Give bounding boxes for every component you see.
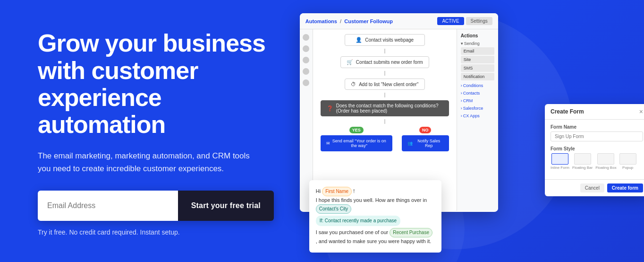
- style-floating-bar-label: Floating Bar: [572, 166, 593, 170]
- connector-2: [384, 71, 385, 76]
- category-crm[interactable]: › CRM: [461, 97, 494, 104]
- style-floating-box[interactable]: Floating Box: [595, 153, 616, 170]
- create-form-modal: Create Form × Form Name Form Style Inlin…: [545, 104, 644, 196]
- style-floating-box-box: [597, 153, 614, 165]
- branch-no-container: NO 👥 Notify Sales Rep: [402, 127, 449, 151]
- breadcrumb-base: Automations: [305, 18, 337, 24]
- active-btn[interactable]: ACTIVE: [437, 17, 464, 25]
- question-icon: ❓: [327, 105, 333, 112]
- action-right: 👥 Notify Sales Rep: [402, 135, 449, 151]
- chevron-right-icon-2: ›: [461, 91, 462, 96]
- style-popup-label: Popup: [622, 166, 633, 170]
- sidebar-icon-5: [303, 79, 309, 86]
- style-inline-label: Inline Form: [551, 166, 569, 170]
- cancel-button[interactable]: Cancel: [580, 183, 604, 192]
- style-floating-bar-box: [574, 153, 591, 165]
- signup-form: Start your free trial: [38, 191, 274, 221]
- email-line-2: I hope this finds you well. How are thin…: [316, 196, 435, 214]
- conditional-tag: If: Contact recently made a purchase: [316, 216, 400, 226]
- action-left-text: Send email "Your order is on the way": [332, 139, 387, 148]
- branch-container: YES ✉ Send email "Your order is on the w…: [321, 127, 449, 151]
- actions-panel: Actions ▾ Sending Email Site SMS Notific…: [457, 29, 498, 211]
- category-contacts[interactable]: › Contacts: [461, 90, 494, 96]
- breadcrumb-current: Customer Followup: [344, 18, 393, 24]
- modal-footer: Cancel Create form: [545, 179, 644, 196]
- create-form-button[interactable]: Create form: [607, 183, 643, 192]
- contact-icon: 👤: [356, 37, 362, 43]
- style-inline[interactable]: Inline Form: [551, 153, 569, 170]
- node-1-text: Contact visits webpage: [365, 37, 414, 43]
- panel-actions-bar: ACTIVE Settings: [437, 17, 492, 25]
- action-email[interactable]: Email: [461, 47, 494, 55]
- categories-list: › Conditions › Contacts › CRM › Salesfor…: [461, 82, 494, 119]
- node-3-text: Add to list "New client order": [359, 82, 418, 87]
- category-salesforce[interactable]: › Salesforce: [461, 105, 494, 112]
- style-popup[interactable]: Popup: [619, 153, 636, 170]
- action-site[interactable]: Site: [461, 56, 494, 63]
- action-left: ✉ Send email "Your order is on the way": [321, 135, 392, 151]
- hero-section: Grow your business with customer experie…: [0, 0, 644, 262]
- category-cx-apps[interactable]: › CX Apps: [461, 113, 494, 119]
- category-conditions[interactable]: › Conditions: [461, 82, 494, 89]
- hero-subtitle: The email marketing, marketing automatio…: [38, 149, 264, 175]
- actions-sending: ▾ Sending Email Site SMS Notification: [461, 41, 494, 80]
- user-icon: 👥: [407, 141, 413, 146]
- action-right-text: Notify Sales Rep: [415, 139, 443, 148]
- form-style-label: Form Style: [551, 146, 643, 151]
- form-name-input[interactable]: [551, 131, 643, 141]
- form-style-options: Inline Form Floating Bar Floating Box Po…: [551, 153, 643, 170]
- modal-body: Form Name Form Style Inline Form Floatin…: [545, 120, 644, 179]
- form-name-label: Form Name: [551, 124, 643, 130]
- connector-3: [384, 93, 385, 97]
- flow-node-3: ⏱ Add to list "New client order": [345, 79, 425, 90]
- sidebar-icon-2: [303, 45, 309, 52]
- style-floating-box-label: Floating Box: [595, 166, 616, 170]
- email-icon: ✉: [326, 141, 330, 146]
- action-sms[interactable]: SMS: [461, 64, 494, 72]
- sidebar-icon-3: [303, 57, 309, 63]
- flow-node-2: 🛒 Contact submits new order form: [340, 56, 429, 68]
- tag-contacts-city: Contact's City: [316, 204, 351, 214]
- sending-header: ▾ Sending: [461, 41, 494, 46]
- connector-4: [384, 119, 385, 124]
- email-input[interactable]: [38, 191, 178, 221]
- chevron-right-icon-4: ›: [461, 106, 462, 111]
- branch-yes-container: YES ✉ Send email "Your order is on the w…: [321, 127, 392, 151]
- email-editor: Hi First Name ! I hope this finds you we…: [309, 180, 441, 253]
- sidebar-icon-1: [303, 34, 309, 41]
- modal-title: Create Form: [551, 108, 584, 115]
- chevron-right-icon-1: ›: [461, 83, 462, 88]
- node-2-text: Contact submits new order form: [356, 60, 423, 65]
- flow-nodes: 👤 Contact visits webpage 🛒 Contact submi…: [321, 34, 449, 151]
- modal-header: Create Form ×: [545, 104, 644, 120]
- email-line-3: I saw you purchased one of our Recent Pu…: [316, 228, 435, 246]
- panel-breadcrumb: Automations / Customer Followup: [305, 18, 393, 24]
- clock-icon: ⏱: [351, 81, 356, 87]
- left-content: Grow your business with customer experie…: [0, 0, 309, 262]
- branch-no-badge: NO: [419, 127, 432, 133]
- chevron-right-icon-3: ›: [461, 98, 462, 103]
- flow-node-1: 👤 Contact visits webpage: [345, 34, 425, 46]
- chevron-down-icon: ▾: [461, 41, 463, 46]
- style-floating-bar[interactable]: Floating Bar: [572, 153, 593, 170]
- settings-btn[interactable]: Settings: [466, 17, 492, 25]
- close-icon[interactable]: ×: [639, 108, 643, 115]
- connector-1: [384, 49, 385, 53]
- node-4-text: Does the contact match the following con…: [336, 103, 443, 114]
- tag-recent-purchase: Recent Purchase: [390, 228, 432, 237]
- cart-icon: 🛒: [347, 59, 353, 65]
- action-btn-row: Email Site SMS Notification: [461, 47, 494, 80]
- panel-header: Automations / Customer Followup ACTIVE S…: [300, 13, 498, 29]
- email-line-1: Hi First Name !: [316, 187, 435, 196]
- actions-title: Actions: [461, 33, 494, 38]
- style-popup-box: [619, 153, 636, 165]
- sidebar-icon-4: [303, 68, 309, 75]
- right-content: Automations / Customer Followup ACTIVE S…: [309, 0, 644, 262]
- action-notification[interactable]: Notification: [461, 73, 494, 80]
- cta-button[interactable]: Start your free trial: [178, 191, 274, 221]
- sending-label: Sending: [464, 41, 480, 46]
- style-inline-box: [551, 153, 568, 165]
- chevron-right-icon-5: ›: [461, 114, 462, 118]
- flow-node-4: ❓ Does the contact match the following c…: [321, 100, 449, 116]
- trial-note: Try it free. No credit card required. In…: [38, 228, 290, 236]
